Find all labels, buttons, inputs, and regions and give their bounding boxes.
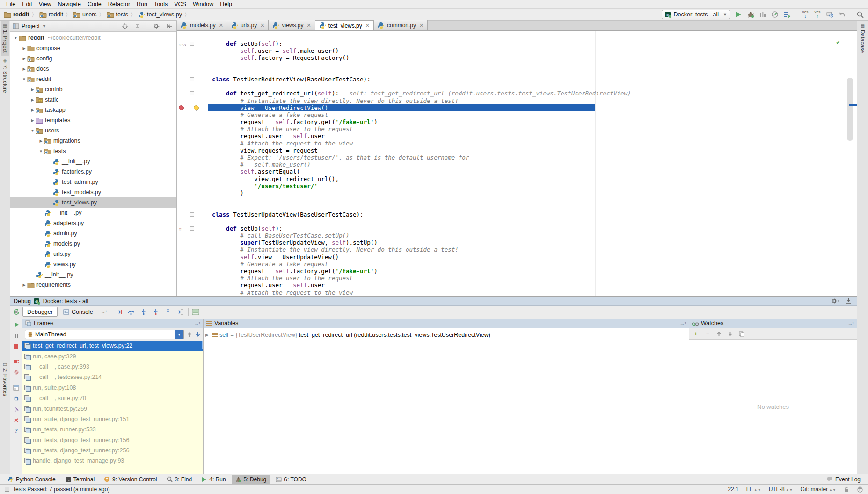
tree-item[interactable]: ▶templates	[10, 115, 176, 125]
debug-tab-console[interactable]: Console	[58, 307, 98, 317]
expanded-arrow-icon[interactable]: ▼	[22, 77, 27, 81]
tool-button-run[interactable]: 4: Run	[197, 475, 229, 484]
pin-tab-icon[interactable]	[13, 406, 20, 413]
code-line[interactable]: # Expect: '/users/testuser/', as that is…	[177, 154, 857, 161]
editor-gutter[interactable]	[177, 203, 208, 211]
search-everywhere-icon[interactable]	[856, 10, 864, 19]
collapsed-arrow-icon[interactable]: ▶	[30, 87, 35, 92]
stop-icon[interactable]	[13, 343, 20, 349]
fold-marker-icon[interactable]: –	[190, 212, 194, 217]
code-line[interactable]	[177, 62, 857, 69]
debugger-settings-icon[interactable]	[13, 395, 20, 402]
code-line[interactable]: self.assertEqual(	[177, 168, 857, 175]
event-log-button[interactable]: Event Log	[823, 475, 864, 484]
menu-vcs[interactable]: VCS	[171, 1, 190, 7]
editor-gutter[interactable]: –	[177, 90, 208, 97]
tree-item[interactable]: ▼users	[10, 125, 176, 136]
editor-gutter[interactable]	[177, 168, 208, 175]
editor-gutter[interactable]	[177, 104, 208, 111]
code-line[interactable]	[177, 69, 857, 76]
stack-frame[interactable]: test_get_redirect_url, test_views.py:22	[22, 341, 203, 351]
evaluate-expression-icon[interactable]	[191, 308, 200, 316]
menu-view[interactable]: View	[36, 1, 55, 7]
fold-marker-icon[interactable]: –	[190, 226, 194, 231]
line-separator-select[interactable]: LF▲▼	[746, 486, 761, 493]
editor-tab-models-py[interactable]: models.py✕	[177, 20, 227, 30]
git-branch-select[interactable]: Git: master▲▼	[800, 486, 836, 493]
editor-tab-common-py[interactable]: common.py✕	[374, 20, 428, 30]
code-line[interactable]: view.request = request	[177, 147, 857, 154]
restore-layout-icon[interactable]	[13, 385, 20, 391]
inspector-profile-icon[interactable]	[857, 486, 863, 493]
breadcrumb-item[interactable]: tests	[107, 11, 128, 18]
editor-gutter[interactable]	[177, 140, 208, 147]
editor-gutter[interactable]	[177, 83, 208, 90]
collapsed-arrow-icon[interactable]: ▶	[22, 46, 27, 51]
code-line[interactable]: view.get_redirect_url(),	[177, 175, 857, 182]
view-breakpoints-icon[interactable]	[13, 358, 20, 365]
editor-gutter[interactable]	[177, 118, 208, 125]
tree-item[interactable]: ▶static	[10, 94, 176, 105]
editor-gutter[interactable]	[177, 196, 208, 203]
tree-item[interactable]: ▶docs	[10, 64, 176, 74]
breadcrumb-item[interactable]: test_views.py	[138, 11, 182, 18]
copy-watch-icon[interactable]	[739, 331, 744, 337]
pause-icon[interactable]	[13, 332, 20, 339]
help-icon[interactable]: ?	[13, 428, 20, 434]
editor-gutter[interactable]	[177, 261, 208, 268]
menu-navigate[interactable]: Navigate	[55, 1, 84, 7]
tree-item[interactable]: test_views.py	[10, 197, 176, 208]
close-tab-icon[interactable]: ✕	[307, 22, 311, 29]
breadcrumb-item[interactable]: users	[73, 11, 97, 18]
close-tab-icon[interactable]: ✕	[219, 22, 223, 29]
editor-gutter[interactable]	[177, 182, 208, 189]
stack-frame[interactable]: run, tcunittest.py:259	[22, 403, 203, 414]
tree-item[interactable]: ▶migrations	[10, 136, 176, 146]
code-line[interactable]: )	[177, 189, 857, 196]
tree-item[interactable]: factories.py	[10, 167, 176, 177]
tree-item[interactable]: __init__.py	[10, 269, 176, 280]
code-line[interactable]: # Attach the user to the request	[177, 275, 857, 282]
tree-item[interactable]: ▶config	[10, 53, 176, 64]
code-line[interactable]	[177, 203, 857, 211]
menu-run[interactable]: Run	[133, 1, 151, 7]
run-configuration-select[interactable]: dj Docker: tests - all ▼	[662, 10, 730, 19]
tree-item[interactable]: views.py	[10, 259, 176, 269]
previous-frame-icon[interactable]	[187, 332, 192, 337]
collapsed-arrow-icon[interactable]: ▶	[22, 283, 27, 287]
show-execution-point-icon[interactable]	[114, 308, 124, 316]
editor-gutter[interactable]	[177, 161, 208, 168]
hide-panel-icon[interactable]	[165, 22, 174, 30]
code-line[interactable]: self.view = UserUpdateView()	[177, 254, 857, 261]
code-line[interactable]: # Instantiate the view directly. Never d…	[177, 97, 857, 104]
expanded-arrow-icon[interactable]: ▼	[30, 129, 35, 133]
fold-marker-icon[interactable]: –	[190, 77, 194, 81]
code-line[interactable]: # call BaseUserTestCase.setUp()	[177, 232, 857, 239]
thread-select[interactable]: MainThread ▼	[25, 330, 184, 339]
open-in-new-tab-icon[interactable]: →¹	[848, 321, 854, 326]
caret-position[interactable]: 22:1	[728, 486, 738, 493]
expanded-arrow-icon[interactable]: ▼	[38, 149, 44, 153]
tool-button-todo[interactable]: 6: TODO	[272, 475, 310, 484]
code-line[interactable]	[177, 218, 857, 225]
collapsed-arrow-icon[interactable]: ▶	[22, 57, 27, 61]
move-watch-up-icon[interactable]	[716, 331, 722, 336]
lock-icon[interactable]	[844, 487, 849, 493]
stack-frame[interactable]: handle, django_test_manage.py:93	[22, 456, 203, 466]
code-line[interactable]: request.user = self.user	[177, 282, 857, 289]
stack-frame[interactable]: run_tests, django_test_runner.py:256	[22, 445, 203, 456]
tree-item[interactable]: urls.py	[10, 249, 176, 259]
tree-item[interactable]: ▶compose	[10, 43, 176, 53]
step-into-icon[interactable]	[139, 308, 149, 316]
tree-item[interactable]: ▼reddit	[10, 74, 176, 84]
editor-gutter[interactable]	[177, 282, 208, 289]
fold-marker-icon[interactable]: –	[190, 42, 194, 46]
breakpoint-icon[interactable]	[179, 105, 184, 110]
close-icon[interactable]	[13, 417, 20, 423]
code-line[interactable]: # self.make_user()	[177, 161, 857, 168]
editor-tab-views-py[interactable]: views.py✕	[269, 20, 315, 30]
code-line[interactable]	[177, 196, 857, 203]
editor-tab-urls-py[interactable]: urls.py✕	[227, 20, 269, 30]
editor-gutter[interactable]	[177, 246, 208, 253]
code-line[interactable]: ○↑○↓– def setUp(self):	[177, 40, 857, 47]
